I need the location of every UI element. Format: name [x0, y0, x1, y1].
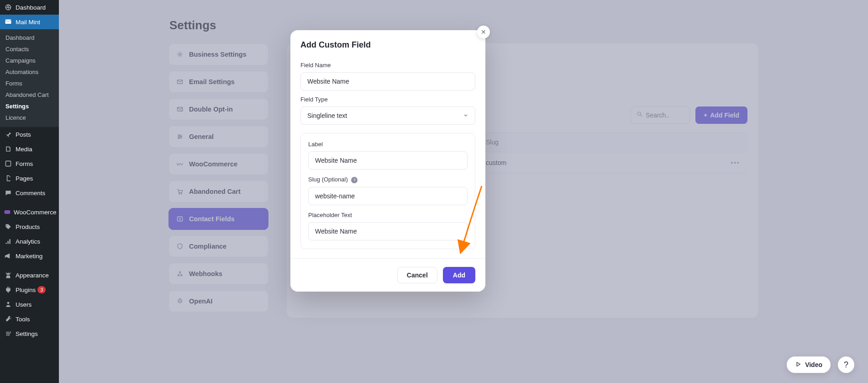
tools-icon	[4, 315, 13, 323]
submenu-automations[interactable]: Automations	[0, 66, 59, 78]
modal-close-button[interactable]: ✕	[477, 26, 490, 38]
menu-label: WooCommerce	[14, 209, 57, 216]
submenu-forms[interactable]: Forms	[0, 78, 59, 89]
placeholder-label: Placeholder Text	[308, 212, 468, 218]
products-icon	[4, 223, 13, 230]
field-type-value: Singleline text	[307, 112, 347, 119]
menu-label: Appearance	[16, 272, 49, 279]
menu-mail-mint[interactable]: Mail Mint	[0, 15, 59, 29]
marketing-icon	[4, 252, 13, 260]
close-icon: ✕	[481, 28, 486, 36]
appearance-icon	[4, 271, 13, 279]
mail-mint-submenu: Dashboard Contacts Campaigns Automations…	[0, 29, 59, 127]
question-icon: ?	[844, 360, 848, 370]
menu-media[interactable]: Media	[0, 142, 59, 156]
menu-products[interactable]: Products	[0, 219, 59, 234]
modal-title: Add Custom Field	[290, 30, 485, 53]
help-icon[interactable]: ?	[351, 177, 358, 183]
menu-label: Marketing	[16, 253, 42, 260]
menu-woocommerce[interactable]: WooCommerce	[0, 205, 59, 219]
menu-label: Tools	[16, 316, 30, 323]
menu-label: Forms	[16, 160, 33, 167]
cancel-button[interactable]: Cancel	[397, 267, 437, 283]
svg-marker-18	[797, 362, 800, 366]
menu-label: Products	[16, 223, 40, 230]
svg-rect-1	[5, 210, 11, 214]
menu-posts[interactable]: Posts	[0, 127, 59, 142]
wp-admin-sidebar: Dashboard Mail Mint Dashboard Contacts C…	[0, 0, 59, 383]
play-icon	[795, 361, 801, 369]
submenu-settings[interactable]: Settings	[0, 101, 59, 112]
label-input[interactable]	[308, 151, 468, 170]
svg-point-2	[7, 302, 10, 304]
plugins-update-badge: 3	[37, 286, 46, 293]
forms-icon	[4, 160, 13, 167]
modal-body: Field Name Field Type Singleline text La…	[290, 53, 485, 258]
help-button[interactable]: ?	[838, 356, 854, 373]
submenu-abandoned-cart[interactable]: Abandoned Cart	[0, 89, 59, 101]
slug-label-text: Slug (Optional)	[308, 176, 348, 183]
analytics-icon	[4, 238, 13, 245]
chevron-down-icon	[463, 112, 468, 119]
field-type-select[interactable]: Singleline text	[300, 106, 475, 125]
placeholder-input[interactable]	[308, 222, 468, 240]
menu-comments[interactable]: Comments	[0, 186, 59, 200]
field-type-label: Field Type	[300, 96, 475, 103]
submenu-contacts[interactable]: Contacts	[0, 43, 59, 55]
add-custom-field-modal: ✕ Add Custom Field Field Name Field Type…	[290, 30, 485, 292]
submenu-dashboard[interactable]: Dashboard	[0, 32, 59, 43]
media-icon	[4, 145, 13, 153]
field-name-input[interactable]	[300, 72, 475, 90]
woocommerce-icon	[4, 208, 11, 216]
menu-label: Settings	[16, 330, 38, 337]
menu-label: Analytics	[16, 238, 40, 245]
pin-icon	[4, 131, 13, 138]
menu-marketing[interactable]: Marketing	[0, 249, 59, 263]
slug-input[interactable]	[308, 187, 468, 205]
field-options-box: Label Slug (Optional) ? Placeholder Text	[300, 133, 475, 249]
menu-label: Pages	[16, 175, 33, 182]
submenu-licence[interactable]: Licence	[0, 112, 59, 123]
menu-appearance[interactable]: Appearance	[0, 268, 59, 282]
video-help-button[interactable]: Video	[787, 356, 831, 373]
menu-label: Posts	[16, 131, 31, 138]
menu-label: Users	[16, 301, 32, 308]
menu-label: Comments	[16, 190, 45, 197]
menu-dashboard[interactable]: Dashboard	[0, 0, 59, 15]
menu-settings[interactable]: Settings	[0, 326, 59, 341]
menu-analytics[interactable]: Analytics	[0, 234, 59, 249]
dashboard-icon	[4, 4, 13, 11]
svg-rect-0	[5, 161, 11, 166]
comments-icon	[4, 189, 13, 197]
users-icon	[4, 301, 13, 308]
add-button[interactable]: Add	[443, 267, 475, 283]
menu-label: Media	[16, 146, 32, 153]
menu-tools[interactable]: Tools	[0, 312, 59, 326]
menu-plugins[interactable]: Plugins 3	[0, 282, 59, 297]
menu-users[interactable]: Users	[0, 297, 59, 312]
menu-label: Mail Mint	[16, 19, 40, 26]
modal-footer: Cancel Add	[290, 258, 485, 292]
video-label: Video	[805, 361, 822, 368]
menu-label: Plugins	[16, 287, 36, 293]
pages-icon	[4, 175, 13, 182]
slug-label: Slug (Optional) ?	[308, 176, 468, 183]
field-name-label: Field Name	[300, 62, 475, 69]
submenu-campaigns[interactable]: Campaigns	[0, 55, 59, 66]
svg-point-3	[10, 332, 11, 333]
settings-icon	[4, 330, 13, 337]
plugins-icon	[4, 286, 13, 293]
menu-pages[interactable]: Pages	[0, 171, 59, 186]
svg-point-4	[8, 335, 9, 335]
menu-label: Dashboard	[16, 4, 46, 11]
mail-mint-icon	[4, 18, 13, 26]
label-label: Label	[308, 141, 468, 148]
menu-forms[interactable]: Forms	[0, 156, 59, 171]
